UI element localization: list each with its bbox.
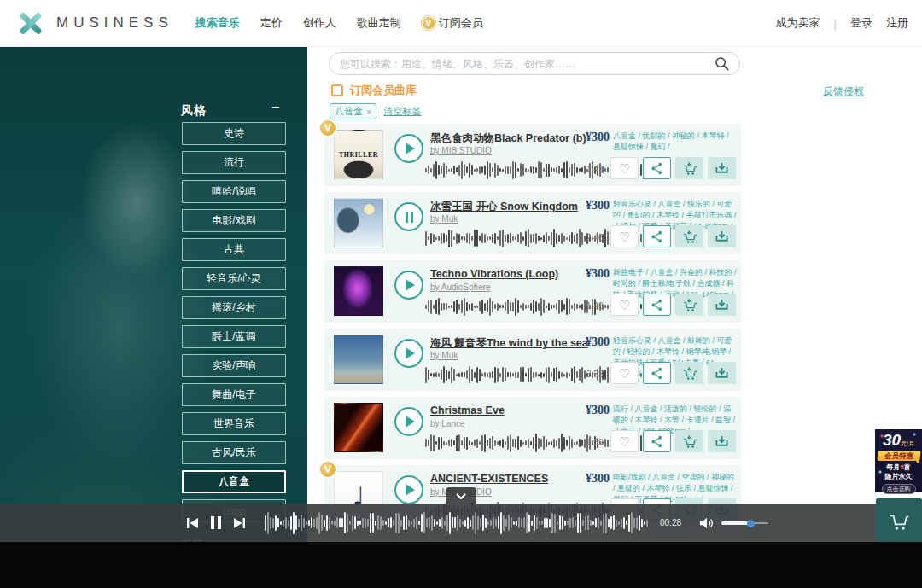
- download-button[interactable]: [708, 225, 736, 247]
- subscription-filter-row: 订阅会员曲库: [331, 83, 743, 98]
- volume-thumb[interactable]: [747, 520, 755, 527]
- player-cart-button[interactable]: [876, 498, 922, 542]
- track-actions: ♡: [610, 430, 736, 452]
- active-tag-pill[interactable]: 八音盒 ×: [330, 103, 376, 119]
- next-track-button[interactable]: [233, 517, 246, 529]
- add-to-cart-button[interactable]: [675, 157, 703, 179]
- genre-button-0[interactable]: 史诗: [182, 122, 286, 145]
- track-title-link[interactable]: Techno Vibrations (Loop): [430, 268, 558, 280]
- collapse-minus-icon[interactable]: −: [271, 100, 279, 115]
- album-art[interactable]: THRILLER: [334, 130, 383, 179]
- play-pause-button[interactable]: [394, 475, 423, 504]
- header-divider: |: [834, 17, 837, 30]
- play-icon: [406, 143, 415, 154]
- musiness-logo[interactable]: MUSINESS: [15, 9, 173, 38]
- subscription-checkbox[interactable]: [331, 84, 343, 96]
- play-pause-button[interactable]: [394, 407, 423, 436]
- play-pause-button[interactable]: [394, 339, 423, 368]
- login-link[interactable]: 登录: [850, 15, 872, 31]
- active-filter-row: 八音盒 × 清空标签: [330, 103, 421, 119]
- play-pause-button[interactable]: [394, 202, 423, 231]
- play-icon: [406, 484, 415, 496]
- track-tags[interactable]: 八音盒 / 忧郁的 / 神秘的 / 木琴特 / 悬疑惊悚 / 魔幻 /: [613, 131, 738, 153]
- track-title-link[interactable]: 黑色食肉动物Black Predator (b): [430, 131, 586, 146]
- genre-button-8[interactable]: 实验/声响: [182, 354, 286, 377]
- speaker-icon[interactable]: [699, 516, 715, 530]
- add-to-cart-button[interactable]: [675, 430, 703, 452]
- player-waveform[interactable]: [265, 511, 653, 535]
- add-to-cart-button[interactable]: [675, 362, 703, 384]
- track-author-link[interactable]: by MIB STUDIO: [430, 146, 492, 155]
- genre-button-4[interactable]: 古典: [182, 238, 286, 261]
- track-row: V THRILLER 黑色食肉动物Black Predator (b) by M…: [324, 124, 741, 186]
- clear-tags-link[interactable]: 清空标签: [383, 105, 421, 118]
- genre-button-12[interactable]: 八音盒: [182, 470, 286, 493]
- track-title-link[interactable]: 冰雪王国 开心 Snow Kingdom: [430, 200, 578, 214]
- share-button[interactable]: [643, 157, 671, 179]
- genre-button-10[interactable]: 世界音乐: [182, 412, 286, 435]
- track-author-link[interactable]: by Lance: [430, 419, 465, 428]
- promo-cta-button[interactable]: 点击选购: [882, 484, 916, 494]
- add-to-cart-button[interactable]: [675, 294, 703, 316]
- genre-button-3[interactable]: 电影/戏剧: [182, 209, 286, 232]
- track-title-link[interactable]: Christmas Eve: [430, 405, 505, 416]
- track-title-link[interactable]: 海风 颤音琴The wind by the sea: [430, 336, 588, 351]
- cart-icon: [888, 510, 910, 531]
- chevron-down-icon: [455, 492, 467, 500]
- genre-button-9[interactable]: 舞曲/电子: [182, 383, 286, 406]
- add-to-cart-button[interactable]: [675, 225, 703, 247]
- download-button[interactable]: [708, 362, 736, 384]
- pause-button[interactable]: [211, 516, 221, 529]
- active-tag-label: 八音盒: [335, 105, 363, 118]
- download-button[interactable]: [708, 157, 736, 179]
- become-seller-link[interactable]: 成为卖家: [776, 15, 820, 31]
- player-collapse-tab[interactable]: [446, 487, 476, 504]
- nav-pricing[interactable]: 定价: [260, 15, 283, 31]
- track-title-link[interactable]: ANCIENT-EXISTENCES: [430, 473, 548, 485]
- nav-search-music[interactable]: 搜索音乐: [195, 15, 240, 31]
- share-button[interactable]: [643, 225, 671, 247]
- share-button[interactable]: [643, 430, 671, 452]
- album-art[interactable]: [334, 403, 383, 452]
- track-actions: ♡: [610, 225, 736, 247]
- like-button[interactable]: ♡: [610, 294, 639, 316]
- album-art[interactable]: [334, 266, 383, 316]
- tag-close-icon[interactable]: ×: [366, 107, 371, 117]
- nav-custom-music[interactable]: 歌曲定制: [357, 15, 401, 31]
- previous-track-button[interactable]: [186, 517, 199, 529]
- musiness-x-icon: [15, 9, 46, 38]
- download-button[interactable]: [708, 294, 736, 316]
- now-playing-bar: 1 大数跨境 冰雪王国 开心 Snow Kingdom by Muk ♥ sha…: [0, 542, 922, 588]
- report-infringement-link[interactable]: 反馈侵权: [823, 84, 864, 99]
- register-link[interactable]: 注册: [886, 15, 908, 31]
- like-button[interactable]: ♡: [610, 430, 639, 452]
- genre-button-6[interactable]: 摇滚/乡村: [182, 296, 286, 319]
- download-button[interactable]: [708, 430, 736, 452]
- share-icon: [651, 299, 663, 311]
- genre-button-11[interactable]: 古风/民乐: [182, 441, 286, 464]
- album-art[interactable]: [334, 198, 383, 247]
- play-pause-button[interactable]: [394, 271, 423, 300]
- track-author-link[interactable]: by AudioSphere: [430, 282, 491, 292]
- nav-creators[interactable]: 创作人: [303, 15, 336, 31]
- play-pause-button[interactable]: [394, 134, 423, 163]
- like-button[interactable]: ♡: [610, 157, 639, 179]
- like-button[interactable]: ♡: [610, 225, 639, 247]
- share-button[interactable]: [643, 362, 671, 384]
- album-art[interactable]: [334, 335, 383, 384]
- search-bar: [329, 52, 740, 75]
- volume-slider[interactable]: [721, 520, 768, 527]
- genre-button-1[interactable]: 流行: [182, 151, 286, 174]
- subscription-label[interactable]: 订阅会员曲库: [350, 83, 417, 98]
- nav-vip-subscribe[interactable]: V 订阅会员: [422, 15, 483, 31]
- share-button[interactable]: [643, 294, 671, 316]
- genre-button-5[interactable]: 轻音乐/心灵: [182, 267, 286, 290]
- genre-button-2[interactable]: 嘻哈/说唱: [182, 180, 286, 203]
- track-author-link[interactable]: by Muk: [430, 351, 458, 360]
- search-input[interactable]: [340, 58, 715, 70]
- genre-button-7[interactable]: 爵士/蓝调: [182, 325, 286, 348]
- promo-badge[interactable]: 30元/月 会员特惠 每月5首 随片永久 点击选购: [875, 429, 922, 492]
- like-button[interactable]: ♡: [610, 362, 639, 384]
- search-icon[interactable]: [715, 56, 729, 71]
- track-author-link[interactable]: by Muk: [430, 214, 458, 224]
